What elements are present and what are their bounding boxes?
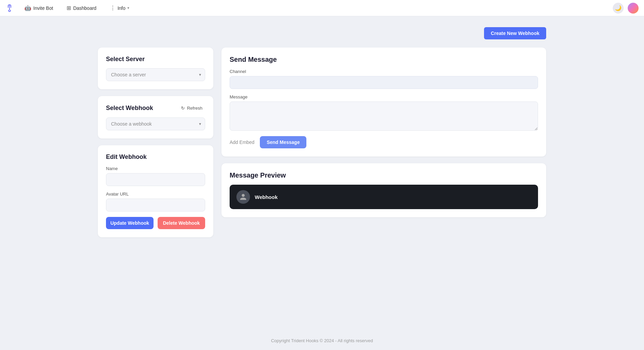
navbar-info[interactable]: ⋮ Info ▾ bbox=[107, 3, 132, 13]
select-server-title: Select Server bbox=[106, 56, 205, 63]
navbar-right: 🌙 bbox=[613, 3, 639, 14]
webhook-avatar bbox=[236, 190, 250, 204]
dashboard-icon: ⊞ bbox=[67, 5, 71, 11]
message-textarea[interactable] bbox=[230, 102, 538, 131]
main-grid: Select Server Choose a server Select Web… bbox=[98, 48, 546, 237]
more-icon: ⋮ bbox=[110, 5, 115, 11]
select-webhook-header: Select Webhook ↻ Refresh bbox=[106, 104, 205, 112]
brand-logo bbox=[5, 4, 14, 12]
channel-input[interactable] bbox=[230, 76, 538, 89]
theme-toggle-button[interactable]: 🌙 bbox=[613, 3, 624, 14]
refresh-button[interactable]: ↻ Refresh bbox=[178, 104, 205, 112]
dashboard-label: Dashboard bbox=[73, 5, 96, 11]
channel-form-group: Channel bbox=[230, 69, 538, 94]
edit-webhook-card: Edit Webhook Name Avatar URL Update Webh… bbox=[98, 145, 213, 237]
navbar-dashboard[interactable]: ⊞ Dashboard bbox=[64, 3, 99, 13]
info-label: Info bbox=[118, 5, 125, 11]
update-webhook-button[interactable]: Update Webhook bbox=[106, 217, 154, 229]
edit-webhook-title: Edit Webhook bbox=[106, 153, 205, 161]
send-message-button[interactable]: Send Message bbox=[260, 136, 306, 148]
select-webhook-card: Select Webhook ↻ Refresh Choose a webhoo… bbox=[98, 96, 213, 139]
name-label: Name bbox=[106, 166, 205, 171]
send-message-card: Send Message Channel Message Add Embed S… bbox=[221, 48, 546, 156]
select-server-card: Select Server Choose a server bbox=[98, 48, 213, 89]
channel-label: Channel bbox=[230, 69, 538, 74]
avatar-url-form-group: Avatar URL bbox=[106, 191, 205, 211]
user-icon bbox=[239, 193, 247, 201]
footer-text: Copyright Trident Hooks © 2024 - All rig… bbox=[271, 338, 373, 343]
theme-icon: 🌙 bbox=[615, 5, 622, 11]
delete-webhook-button[interactable]: Delete Webhook bbox=[158, 217, 205, 229]
left-column: Select Server Choose a server Select Web… bbox=[98, 48, 213, 237]
refresh-label: Refresh bbox=[187, 106, 202, 111]
message-preview-title: Message Preview bbox=[230, 171, 538, 179]
message-preview-card: Message Preview Webhook bbox=[221, 163, 546, 217]
chevron-down-icon: ▾ bbox=[127, 6, 129, 10]
message-form-group: Message bbox=[230, 94, 538, 132]
webhook-select-wrapper: Choose a webhook bbox=[106, 117, 205, 130]
message-label: Message bbox=[230, 94, 538, 99]
send-message-title: Send Message bbox=[230, 56, 538, 63]
navbar: 🤖 Invite Bot ⊞ Dashboard ⋮ Info ▾ 🌙 bbox=[0, 0, 644, 16]
user-avatar[interactable] bbox=[628, 3, 639, 14]
top-action-bar: Create New Webhook bbox=[98, 27, 546, 39]
footer: Copyright Trident Hooks © 2024 - All rig… bbox=[0, 331, 644, 350]
server-select[interactable]: Choose a server bbox=[106, 68, 205, 81]
webhook-preview-name: Webhook bbox=[255, 194, 278, 200]
avatar-url-label: Avatar URL bbox=[106, 191, 205, 197]
invite-bot-label: Invite Bot bbox=[33, 5, 53, 11]
server-select-wrapper: Choose a server bbox=[106, 68, 205, 81]
message-actions: Add Embed Send Message bbox=[230, 136, 538, 148]
edit-button-row: Update Webhook Delete Webhook bbox=[106, 217, 205, 229]
add-embed-button[interactable]: Add Embed bbox=[230, 138, 254, 146]
name-form-group: Name bbox=[106, 166, 205, 186]
brand-icon bbox=[5, 4, 14, 12]
message-preview-inner: Webhook bbox=[230, 185, 538, 209]
webhook-select[interactable]: Choose a webhook bbox=[106, 117, 205, 130]
refresh-icon: ↻ bbox=[181, 106, 185, 111]
select-webhook-title: Select Webhook bbox=[106, 105, 153, 112]
navbar-invite-bot[interactable]: 🤖 Invite Bot bbox=[22, 3, 56, 13]
bot-icon: 🤖 bbox=[24, 5, 31, 11]
page-content: Create New Webhook Select Server Choose … bbox=[84, 16, 560, 331]
create-new-webhook-button[interactable]: Create New Webhook bbox=[484, 27, 546, 39]
name-input[interactable] bbox=[106, 173, 205, 186]
right-column: Send Message Channel Message Add Embed S… bbox=[221, 48, 546, 217]
avatar-url-input[interactable] bbox=[106, 199, 205, 211]
